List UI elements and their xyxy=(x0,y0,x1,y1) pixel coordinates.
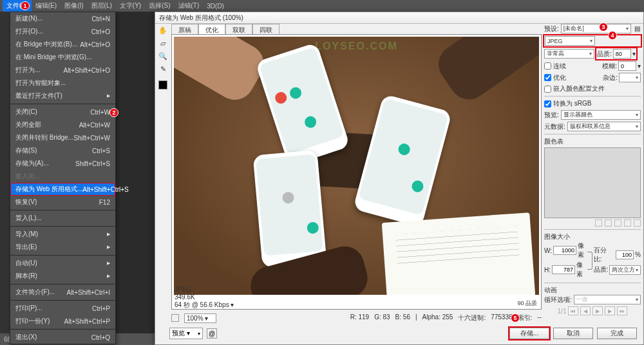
blur-label: 模糊: xyxy=(602,62,617,71)
hand-tool-icon[interactable]: ✋ xyxy=(158,25,168,35)
ct-icon[interactable] xyxy=(595,219,602,227)
file-menu-item[interactable]: 关闭(C)Ctrl+W xyxy=(10,106,115,118)
preview-image[interactable]: LOYSEO.COM xyxy=(174,37,539,295)
progressive-label: 连续 xyxy=(553,62,566,71)
progressive-checkbox[interactable] xyxy=(544,62,551,70)
preview-pane: LOYSEO.COM JPEG 349.6K 64 秒 @ 56.6 Kbps … xyxy=(171,34,542,310)
embed-profile-label: 嵌入颜色配置文件 xyxy=(553,84,605,93)
first-frame-icon: ⏮ xyxy=(568,306,578,315)
metadata-label: 元数据: xyxy=(544,122,565,131)
annotation-badge-3: 3 xyxy=(599,23,608,32)
convert-srgb-checkbox[interactable] xyxy=(544,100,551,107)
play-icon: ▶ xyxy=(592,306,603,315)
color-hex-value: 775338 xyxy=(491,313,512,322)
blur-input[interactable] xyxy=(618,61,636,71)
file-menu-item[interactable]: 导出(E) xyxy=(10,241,115,254)
menu-3d[interactable]: 3D(D) xyxy=(203,1,228,11)
preview-select[interactable]: 显示器颜色 xyxy=(561,110,641,120)
ct-icon[interactable] xyxy=(605,219,612,227)
preview-download-speed[interactable]: 64 秒 @ 56.6 Kbps ▾ xyxy=(175,301,234,309)
file-menu-item[interactable]: 退出(X)Ctrl+Q xyxy=(10,331,115,344)
file-menu-item[interactable]: 恢复(V)F12 xyxy=(10,196,115,209)
trash-icon[interactable] xyxy=(634,219,641,227)
ct-icon[interactable] xyxy=(614,219,621,227)
resample-select[interactable]: 两次立方 xyxy=(609,265,641,275)
preview-zoom-select[interactable]: 100% ▾ xyxy=(184,313,216,323)
height-input[interactable] xyxy=(552,265,575,274)
done-button[interactable]: 完成 xyxy=(597,328,637,339)
percent-input[interactable] xyxy=(616,250,634,259)
eyedropper-color-swatch[interactable] xyxy=(158,80,167,89)
format-select[interactable]: JPEG xyxy=(545,36,595,46)
color-swatch-icon[interactable] xyxy=(171,314,179,322)
height-label: H: xyxy=(544,266,551,274)
loop-label: 循环选项: xyxy=(544,295,572,304)
preview-format: JPEG xyxy=(175,286,234,294)
preset-select[interactable]: [未命名] xyxy=(561,24,631,33)
quality-input[interactable] xyxy=(613,49,631,59)
px-label: 像素 xyxy=(578,241,586,259)
dropdown-icon[interactable]: ▾ xyxy=(638,62,641,70)
file-menu-item[interactable]: 存储为(A)...Shift+Ctrl+S xyxy=(10,157,115,170)
dropdown-icon[interactable]: ▾ xyxy=(632,50,636,57)
metadata-select[interactable]: 版权和联系信息 xyxy=(567,122,641,131)
preview-label: 预览: xyxy=(544,111,559,120)
preview-in-browser-icon[interactable]: @ xyxy=(207,328,217,339)
file-dropdown-menu: 新建(N)...Ctrl+N打开(O)...Ctrl+O在 Bridge 中浏览… xyxy=(10,12,116,344)
matte-select[interactable] xyxy=(619,73,641,82)
image-size-heading: 图像大小 xyxy=(544,232,641,241)
file-menu-item[interactable]: 打开为...Alt+Shift+Ctrl+O xyxy=(10,64,115,77)
optimized-checkbox[interactable] xyxy=(544,74,551,81)
preview-mode-select[interactable]: 预览 ▾ xyxy=(169,328,203,339)
file-menu-item[interactable]: 存储为 Web 所用格式...Alt+Shift+Ctrl+S xyxy=(10,183,115,196)
file-menu-item[interactable]: 在 Mini Bridge 中浏览(G)... xyxy=(10,51,115,64)
menu-image[interactable]: 图像(I) xyxy=(61,0,87,12)
file-menu-item[interactable]: 新建(N)...Ctrl+N xyxy=(10,12,115,25)
preset-menu-icon[interactable]: ▤ xyxy=(633,25,641,32)
file-menu-item[interactable]: 在 Bridge 中浏览(B)...Alt+Ctrl+O xyxy=(10,38,115,51)
width-input[interactable] xyxy=(553,246,576,255)
dialog-button-bar: 预览 ▾ @ 存储... 取消 完成 xyxy=(169,326,637,340)
constrain-proportions-icon[interactable] xyxy=(587,252,592,270)
menu-edit[interactable]: 编辑(E) xyxy=(32,0,61,12)
settings-panel: 预设: [未命名] ▤ JPEG 非常高 品质: ▾ 连续 模糊: ▾ xyxy=(544,24,641,325)
color-table-heading: 颜色表 xyxy=(544,137,641,146)
slice-tool-icon[interactable]: ▱ xyxy=(158,38,168,48)
file-menu-item[interactable]: 脚本(R) xyxy=(10,270,115,283)
dialog-toolbar: ✋ ▱ 🔍 ✎ xyxy=(156,25,169,89)
color-b: B: 56 xyxy=(395,313,410,322)
annotation-badge-5: 5 xyxy=(511,313,520,322)
menu-filter[interactable]: 滤镜(T) xyxy=(175,0,204,12)
prev-frame-icon: ◀ xyxy=(580,306,591,315)
eyedropper-tool-icon[interactable]: ✎ xyxy=(158,64,168,74)
save-button[interactable]: 存储... xyxy=(509,328,549,339)
file-menu-item[interactable]: 关闭全部Alt+Ctrl+W xyxy=(10,118,115,131)
cancel-button[interactable]: 取消 xyxy=(553,328,593,339)
ct-icon[interactable] xyxy=(624,219,631,227)
file-menu-item[interactable]: 置入(L)... xyxy=(10,212,115,225)
embed-profile-checkbox[interactable] xyxy=(544,86,551,93)
quality-preset-select[interactable]: 非常高 xyxy=(544,49,594,59)
file-menu-item[interactable]: 打印一份(Y)Alt+Shift+Ctrl+P xyxy=(10,315,115,328)
file-menu-item[interactable]: 打开为智能对象... xyxy=(10,77,115,89)
file-menu-item[interactable]: 关闭并转到 Bridge...Shift+Ctrl+W xyxy=(10,131,115,144)
zoom-tool-icon[interactable]: 🔍 xyxy=(158,51,168,61)
menu-type[interactable]: 文字(Y) xyxy=(116,0,145,12)
ps-top-menubar: 文件(F) 编辑(E) 图像(I) 图层(L) 文字(Y) 选择(S) 滤镜(T… xyxy=(0,0,644,12)
preview-footer: 100% ▾ R: 119 G: 83 B: 56 | Alpha: 255 十… xyxy=(171,312,542,324)
color-table[interactable] xyxy=(544,147,641,218)
file-menu-item[interactable]: 存储(S)Ctrl+S xyxy=(10,144,115,157)
color-table-footer xyxy=(544,219,641,227)
menu-select[interactable]: 选择(S) xyxy=(145,0,174,12)
file-menu-item[interactable]: 打印(P)...Ctrl+P xyxy=(10,302,115,315)
file-menu-item[interactable]: 自动(U) xyxy=(10,257,115,270)
color-g: G: 83 xyxy=(374,313,390,322)
file-menu-item[interactable]: 文件简介(F)...Alt+Shift+Ctrl+I xyxy=(10,286,115,299)
file-menu-item[interactable]: 最近打开文件(T) xyxy=(10,89,115,102)
menu-layer[interactable]: 图层(L) xyxy=(88,0,116,12)
dialog-title: 存储为 Web 所用格式 (100%) xyxy=(155,12,643,24)
annotation-badge-4: 4 xyxy=(608,31,617,40)
file-menu-item[interactable]: 导入(M) xyxy=(10,228,115,241)
file-menu-item[interactable]: 打开(O)...Ctrl+O xyxy=(10,25,115,38)
file-menu-item: 签入(I)... xyxy=(10,170,115,183)
